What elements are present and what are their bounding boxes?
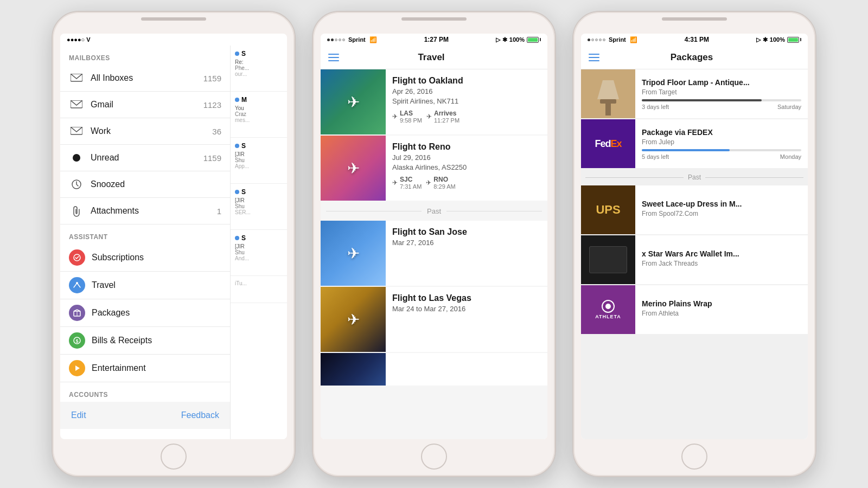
package-fedex-julep[interactable]: FedEx Package via FEDEX From Julep 5 day… bbox=[581, 119, 808, 168]
gmail-icon bbox=[69, 97, 84, 112]
phone-2-power-btn bbox=[555, 93, 556, 126]
phone-2-status-left: Sprint 📶 bbox=[327, 36, 377, 43]
edit-button[interactable]: Edit bbox=[71, 410, 86, 420]
sidebar-item-gmail[interactable]: Gmail 1123 bbox=[60, 92, 230, 118]
feedback-button[interactable]: Feedback bbox=[181, 410, 219, 420]
travel-item-reno[interactable]: ✈ Flight to Reno Jul 29, 2016 Alaska Air… bbox=[321, 136, 547, 201]
email-sender-5: S bbox=[241, 234, 246, 242]
email-preview-5[interactable]: S [JIR Shu And... bbox=[231, 230, 287, 276]
wallet-image bbox=[589, 246, 627, 273]
email-line3-2: mes... bbox=[235, 117, 283, 123]
attachments-count: 1 bbox=[217, 207, 221, 216]
sidebar-item-packages[interactable]: Packages bbox=[60, 299, 230, 327]
athleta-thumbnail: ATHLETA bbox=[581, 285, 635, 334]
package-ups-spool[interactable]: UPS Sweet Lace-up Dress in M... From Spo… bbox=[581, 185, 808, 234]
sidebar-item-travel[interactable]: Travel bbox=[60, 272, 230, 299]
reno-arrive-code: RNO bbox=[433, 176, 455, 183]
ups-thumbnail: UPS bbox=[581, 185, 635, 234]
sidebar-item-work[interactable]: Work 36 bbox=[60, 118, 230, 145]
fedex-thumbnail: FedEx bbox=[581, 119, 635, 168]
vegas-date: Mar 24 to Mar 27, 2016 bbox=[392, 305, 541, 313]
email-preview-4[interactable]: S [JIR Shu SER... bbox=[231, 184, 287, 230]
reno-depart: ✈ SJC 7:31 AM bbox=[392, 176, 422, 190]
oakland-depart-code: LAS bbox=[400, 110, 422, 117]
target-lamp-timing: 3 days left Saturday bbox=[642, 104, 801, 110]
sidebar-item-snoozed[interactable]: Snoozed bbox=[60, 171, 230, 198]
phone-3-side-btn bbox=[572, 77, 573, 93]
fedex-title: Package via FEDEX bbox=[642, 128, 801, 137]
package-athleta[interactable]: ATHLETA Merino Plains Wrap From Athleta bbox=[581, 285, 808, 334]
email-preview-itunes[interactable]: iTu... bbox=[231, 276, 287, 303]
sidebar-item-unread[interactable]: Unread 1159 bbox=[60, 145, 230, 171]
email-preview-sidebar: S Re: Phe... our... M You Craz bbox=[230, 46, 287, 439]
travel-item-vegas[interactable]: ✈ Flight to Las Vegas Mar 24 to Mar 27, … bbox=[321, 287, 547, 352]
arrive-icon-reno: ✈ bbox=[426, 179, 431, 187]
phone-3-time: 4:31 PM bbox=[685, 36, 709, 43]
package-jack-threads[interactable]: x Star Wars Arc Wallet Im... From Jack T… bbox=[581, 235, 808, 284]
unread-count: 1159 bbox=[203, 153, 221, 163]
sidebar-item-subscriptions[interactable]: Subscriptions bbox=[60, 244, 230, 272]
accounts-section-header: ACCOUNTS bbox=[60, 382, 230, 402]
sidebar-item-bills[interactable]: $ Bills & Receipts bbox=[60, 327, 230, 355]
phone-3: Sprint 📶 4:31 PM ▷ ✱ 100% bbox=[572, 11, 816, 477]
phone-3-status-left: Sprint 📶 bbox=[588, 36, 637, 43]
fedex-days: 5 days left bbox=[642, 153, 669, 160]
phone-1-screen: ●●●●○ V MAILBOXES All Inboxes 1159 bbox=[60, 34, 287, 439]
phone-2-hamburger[interactable] bbox=[328, 54, 339, 61]
subscriptions-label: Subscriptions bbox=[92, 253, 144, 262]
phone-2-home[interactable] bbox=[421, 444, 447, 470]
vegas-title: Flight to Las Vegas bbox=[392, 293, 541, 303]
phone-3-status-bar: Sprint 📶 4:31 PM ▷ ✱ 100% bbox=[581, 34, 808, 46]
arrive-icon-oakland: ✈ bbox=[426, 113, 432, 120]
athleta-logo: ATHLETA bbox=[581, 285, 635, 334]
phone-2-battery-pct: 100% bbox=[509, 36, 525, 43]
email-sender-1: S bbox=[241, 50, 246, 57]
travel-item-oakland[interactable]: ✈ Flight to Oakland Apr 26, 2016 Spirit … bbox=[321, 69, 547, 134]
reno-info: Flight to Reno Jul 29, 2016 Alaska Airli… bbox=[386, 136, 547, 201]
attachments-icon bbox=[69, 203, 84, 219]
email-line2-3: Shu bbox=[235, 157, 283, 163]
unread-dot-3 bbox=[235, 144, 239, 148]
bluetooth-icon-2: ✱ bbox=[502, 36, 507, 43]
email-preview-1[interactable]: S Re: Phe... our... bbox=[231, 46, 287, 92]
reno-depart-time: 7:31 AM bbox=[400, 183, 422, 190]
svg-marker-13 bbox=[597, 80, 619, 99]
sidebar-item-entertainment[interactable]: Entertainment bbox=[60, 355, 230, 382]
phone-3-hamburger[interactable] bbox=[589, 54, 599, 61]
all-inboxes-icon bbox=[69, 70, 84, 86]
email-preview-3[interactable]: S [JIR Shu App... bbox=[231, 138, 287, 184]
travel-label: Travel bbox=[92, 280, 116, 290]
assistant-section-header: ASSISTANT bbox=[60, 224, 230, 244]
phone-3-battery-pct: 100% bbox=[770, 36, 785, 43]
oakland-airports: ✈ LAS 9:58 PM ✈ Arrives 11:27 P bbox=[392, 110, 541, 124]
sanjose-info: Flight to San Jose Mar 27, 2016 bbox=[386, 221, 547, 286]
email-sender-2: M bbox=[241, 96, 247, 104]
email-sender-3: S bbox=[241, 142, 246, 150]
sidebar-item-all-inboxes[interactable]: All Inboxes 1159 bbox=[60, 65, 230, 92]
travel-item-partial[interactable] bbox=[321, 353, 547, 386]
phone-1-home[interactable] bbox=[161, 444, 187, 470]
travel-item-sanjose[interactable]: ✈ Flight to San Jose Mar 27, 2016 bbox=[321, 221, 547, 286]
email-preview-2[interactable]: M You Craz mes... bbox=[231, 92, 287, 138]
phone-3-home[interactable] bbox=[681, 444, 707, 470]
hamburger-line-3-2 bbox=[589, 57, 599, 58]
phone-3-screen: Sprint 📶 4:31 PM ▷ ✱ 100% bbox=[581, 34, 808, 439]
fedex-from: From Julep bbox=[642, 138, 801, 146]
work-icon bbox=[69, 124, 84, 139]
past-label-travel: Past bbox=[427, 207, 441, 215]
sidebar-item-attachments[interactable]: Attachments 1 bbox=[60, 198, 230, 224]
athleta-title: Merino Plains Wrap bbox=[642, 299, 801, 308]
phone-3-notch bbox=[662, 17, 727, 21]
phone-3-header: Packages bbox=[581, 46, 808, 69]
phone-2: Sprint 📶 1:27 PM ▷ ✱ 100% bbox=[312, 11, 556, 477]
plane-icon-reno: ✈ bbox=[347, 159, 360, 177]
oakland-depart: ✈ LAS 9:58 PM bbox=[392, 110, 422, 124]
fedex-eta: Monday bbox=[780, 153, 801, 160]
phone-2-header: Travel bbox=[321, 46, 547, 69]
package-target-lamp[interactable]: Tripod Floor Lamp - Antique... From Targ… bbox=[581, 69, 808, 118]
wallet-bg bbox=[581, 235, 635, 284]
partial-thumb-bg bbox=[321, 353, 386, 386]
all-inboxes-label: All Inboxes bbox=[91, 73, 203, 83]
hamburger-line-3-1 bbox=[589, 54, 599, 55]
target-lamp-days: 3 days left bbox=[642, 104, 669, 110]
